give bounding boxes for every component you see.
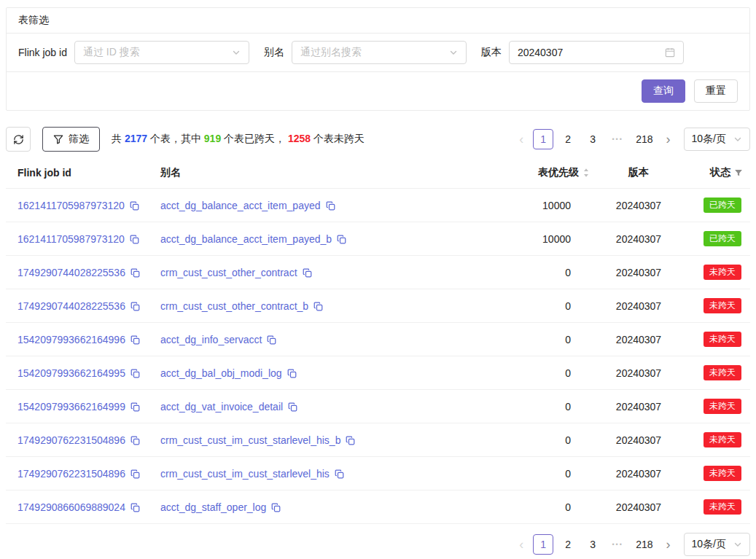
summary-part: 共 bbox=[112, 133, 125, 144]
prev-page-button[interactable]: ‹ bbox=[512, 534, 531, 555]
alias-link[interactable]: acct_dg_bal_obj_modi_log bbox=[160, 367, 282, 379]
copy-icon[interactable] bbox=[130, 369, 140, 378]
page-button-218[interactable]: 218 bbox=[632, 129, 656, 149]
page-button-1[interactable]: 1 bbox=[533, 129, 553, 149]
table-row: 1621411705987973120acct_dg_balance_acct_… bbox=[6, 222, 750, 256]
copy-icon[interactable] bbox=[130, 402, 140, 412]
copy-icon[interactable] bbox=[130, 302, 140, 311]
copy-icon[interactable] bbox=[288, 402, 297, 412]
refresh-icon bbox=[13, 134, 24, 145]
job-id-link[interactable]: 1749290866069889024 bbox=[17, 501, 125, 513]
priority-value: 10000 bbox=[508, 189, 600, 222]
reset-button[interactable]: 重置 bbox=[694, 79, 738, 103]
alias-label: 别名 bbox=[264, 46, 284, 59]
job-id-cell: 1542097993662164995 bbox=[6, 356, 149, 390]
page-button-2[interactable]: 2 bbox=[558, 534, 578, 555]
alias-link[interactable]: acct_dg_balance_acct_item_payed bbox=[160, 200, 321, 211]
copy-icon[interactable] bbox=[326, 201, 335, 211]
job-id-cell: 1749290744028225536 bbox=[6, 256, 149, 289]
alias-link[interactable]: crm_cust_cust_im_cust_starlevel_his bbox=[160, 468, 330, 480]
summary-text: 共 2177 个表，其中 919 个表已跨天， 1258 个表未跨天 bbox=[112, 133, 365, 146]
copy-icon[interactable] bbox=[130, 436, 140, 445]
job-id-link[interactable]: 1542097993662164995 bbox=[17, 367, 125, 379]
next-page-button[interactable]: › bbox=[659, 129, 678, 149]
alias-link[interactable]: acct_dg_staff_oper_log bbox=[160, 501, 266, 513]
priority-value: 0 bbox=[508, 256, 600, 289]
flink-job-id-select[interactable]: 通过 ID 搜索 bbox=[74, 41, 249, 64]
page-size-select[interactable]: 10条/页 bbox=[684, 128, 750, 151]
copy-icon[interactable] bbox=[130, 235, 139, 244]
job-id-cell: 1749290866069889024 bbox=[6, 490, 149, 524]
job-id-link[interactable]: 1749290762231504896 bbox=[17, 434, 125, 446]
copy-icon[interactable] bbox=[130, 335, 140, 345]
page-button-3[interactable]: 3 bbox=[582, 129, 603, 149]
job-id-cell: 1621411705987973120 bbox=[6, 222, 149, 256]
filter-panel: 表筛选 Flink job id 通过 ID 搜索 别名 通过别名搜索 bbox=[6, 7, 750, 111]
version-date-input[interactable]: 20240307 bbox=[509, 41, 684, 64]
status-cell: 未跨天 bbox=[677, 390, 750, 423]
prev-page-button[interactable]: ‹ bbox=[512, 129, 531, 149]
table-row: 1749290866069889024acct_dg_staff_oper_lo… bbox=[6, 490, 750, 524]
alias-link[interactable]: acct_dg_vat_invoice_detail bbox=[160, 401, 283, 413]
status-cell: 未跨天 bbox=[677, 256, 750, 289]
job-id-link[interactable]: 1749290744028225536 bbox=[17, 267, 125, 278]
next-page-button[interactable]: › bbox=[659, 534, 678, 555]
page-button-2[interactable]: 2 bbox=[558, 129, 578, 149]
job-id-link[interactable]: 1749290762231504896 bbox=[17, 468, 125, 480]
copy-icon[interactable] bbox=[303, 268, 312, 278]
version-value: 20240307 bbox=[600, 490, 677, 524]
page-ellipsis[interactable]: ••• bbox=[607, 129, 628, 149]
chevron-down-icon bbox=[733, 540, 742, 549]
sort-icon[interactable] bbox=[582, 167, 590, 179]
table-header-row: Flink job id 别名 表优先级 版本 状态 bbox=[6, 157, 750, 189]
job-id-link[interactable]: 1621411705987973120 bbox=[17, 200, 125, 211]
query-button[interactable]: 查询 bbox=[642, 79, 685, 103]
refresh-button[interactable] bbox=[6, 127, 31, 152]
alias-link[interactable]: acct_dg_balance_acct_item_payed_b bbox=[160, 233, 332, 245]
filter-actions-row: 查询 重置 bbox=[7, 72, 749, 110]
funnel-icon bbox=[53, 134, 63, 144]
job-id-link[interactable]: 1542097993662164999 bbox=[17, 401, 125, 413]
summary-part: 个表已跨天， bbox=[221, 133, 288, 144]
job-id-link[interactable]: 1749290744028225536 bbox=[17, 300, 125, 312]
priority-value: 10000 bbox=[508, 222, 600, 256]
priority-value: 0 bbox=[508, 289, 600, 323]
copy-icon[interactable] bbox=[130, 469, 140, 479]
page-button-218[interactable]: 218 bbox=[632, 534, 656, 555]
job-id-link[interactable]: 1542097993662164996 bbox=[17, 334, 125, 345]
copy-icon[interactable] bbox=[287, 369, 297, 378]
copy-icon[interactable] bbox=[267, 335, 276, 345]
copy-icon[interactable] bbox=[130, 268, 140, 278]
page: 表筛选 Flink job id 通过 ID 搜索 别名 通过别名搜索 bbox=[0, 0, 756, 556]
page-size-value: 10条/页 bbox=[692, 133, 726, 146]
summary-part: 919 bbox=[204, 133, 221, 144]
copy-icon[interactable] bbox=[313, 302, 323, 311]
summary-part: 个表，其中 bbox=[147, 133, 204, 144]
job-id-cell: 1749290762231504896 bbox=[6, 457, 149, 490]
page-ellipsis[interactable]: ••• bbox=[607, 534, 628, 555]
status-badge: 未跨天 bbox=[704, 332, 741, 347]
copy-icon[interactable] bbox=[335, 469, 344, 479]
filter-button[interactable]: 筛选 bbox=[42, 127, 100, 152]
alias-select[interactable]: 通过别名搜索 bbox=[292, 41, 467, 64]
status-filter-icon[interactable] bbox=[734, 168, 743, 177]
copy-icon[interactable] bbox=[337, 235, 346, 244]
status-cell: 未跨天 bbox=[677, 323, 750, 356]
copy-icon[interactable] bbox=[130, 503, 140, 512]
table-row: 1749290762231504896crm_cust_cust_im_cust… bbox=[6, 423, 750, 457]
status-cell: 已跨天 bbox=[677, 222, 750, 256]
version-value: 20240307 bbox=[600, 457, 677, 490]
alias-link[interactable]: acct_dg_info_servacct bbox=[160, 334, 262, 345]
copy-icon[interactable] bbox=[271, 503, 281, 512]
page-size-select[interactable]: 10条/页 bbox=[684, 533, 750, 556]
alias-link[interactable]: crm_cust_cust_other_contract bbox=[160, 267, 297, 278]
alias-link[interactable]: crm_cust_cust_other_contract_b bbox=[160, 300, 308, 312]
chevron-down-icon bbox=[449, 48, 458, 57]
page-button-1[interactable]: 1 bbox=[533, 534, 553, 555]
alias-link[interactable]: crm_cust_cust_im_cust_starlevel_his_b bbox=[160, 434, 340, 446]
job-id-link[interactable]: 1621411705987973120 bbox=[17, 233, 125, 245]
copy-icon[interactable] bbox=[130, 201, 139, 211]
copy-icon[interactable] bbox=[346, 436, 355, 445]
page-button-3[interactable]: 3 bbox=[582, 534, 603, 555]
job-id-cell: 1749290762231504896 bbox=[6, 423, 149, 457]
